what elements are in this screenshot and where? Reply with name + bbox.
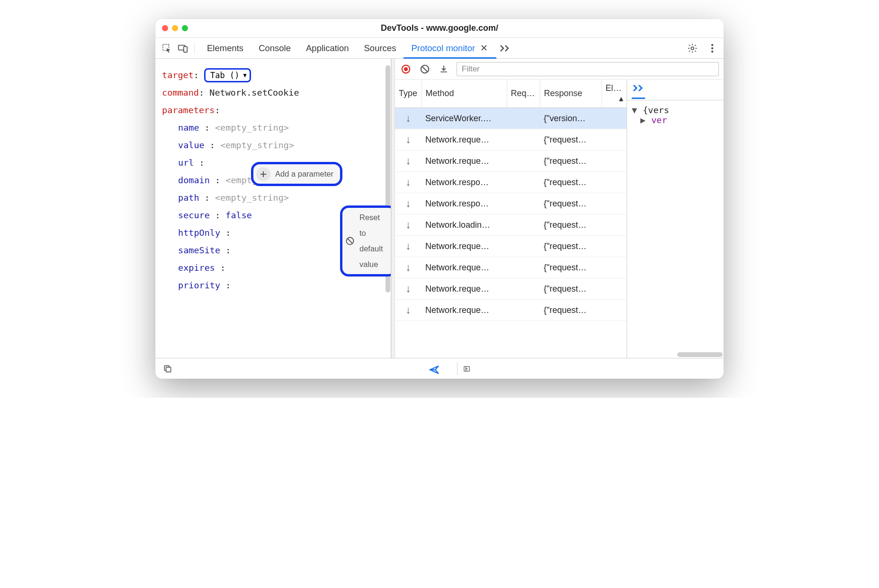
col-response[interactable]: Response xyxy=(540,80,601,108)
arrow-down-icon: ↓ xyxy=(406,283,411,295)
request-cell xyxy=(507,300,540,321)
clear-icon[interactable] xyxy=(419,63,431,75)
svg-rect-12 xyxy=(166,367,171,372)
plus-icon[interactable] xyxy=(256,167,270,181)
type-cell: ↓ xyxy=(395,193,422,214)
table-row[interactable]: ↓ServiceWorker.…{"version… xyxy=(395,108,627,129)
tooltip-text: Reset to default value xyxy=(359,210,388,272)
elapsed-cell xyxy=(601,300,627,321)
method-cell: Network.reque… xyxy=(422,257,507,278)
table-row[interactable]: ↓Network.reque…{"request… xyxy=(395,257,627,278)
response-cell: {"request… xyxy=(540,151,601,172)
details-tabs xyxy=(627,80,724,100)
device-toolbar-icon[interactable] xyxy=(176,42,189,55)
request-cell xyxy=(507,108,540,129)
method-cell: Network.reque… xyxy=(422,300,507,321)
tab-elements[interactable]: Elements xyxy=(199,38,251,59)
type-cell: ↓ xyxy=(395,108,422,129)
send-command-icon[interactable] xyxy=(428,362,441,375)
param-priority[interactable]: priority : xyxy=(178,276,387,294)
response-cell: {"request… xyxy=(540,193,601,214)
tab-protocol-monitor[interactable]: Protocol monitor xyxy=(404,38,496,59)
elapsed-cell xyxy=(601,193,627,214)
filter-input[interactable] xyxy=(457,62,719,76)
kebab-menu-icon[interactable] xyxy=(706,42,719,55)
svg-point-3 xyxy=(691,47,694,50)
messages-body: Type Method Requ… Response El…▴ ↓Service… xyxy=(395,80,724,358)
caret-down-icon: ▼ xyxy=(632,105,637,115)
messages-table-wrap: Type Method Requ… Response El…▴ ↓Service… xyxy=(395,80,627,358)
tab-console[interactable]: Console xyxy=(251,38,298,59)
tab-application[interactable]: Application xyxy=(298,38,357,59)
type-cell: ↓ xyxy=(395,236,422,257)
download-icon[interactable] xyxy=(438,63,450,75)
tab-sources[interactable]: Sources xyxy=(357,38,404,59)
elapsed-cell xyxy=(601,129,627,151)
response-cell: {"request… xyxy=(540,257,601,278)
reset-icon[interactable] xyxy=(345,234,355,248)
arrow-down-icon: ↓ xyxy=(406,219,411,231)
sort-icon: ▴ xyxy=(619,93,623,104)
type-cell: ↓ xyxy=(395,172,422,193)
col-method[interactable]: Method xyxy=(422,80,507,108)
response-cell: {"request… xyxy=(540,172,601,193)
param-value[interactable]: value : <empty_string> xyxy=(178,136,387,154)
table-row[interactable]: ↓Network.reque…{"request… xyxy=(395,300,627,321)
col-elapsed[interactable]: El…▴ xyxy=(601,80,627,108)
table-header-row: Type Method Requ… Response El…▴ xyxy=(395,80,627,108)
command-value[interactable]: Network.setCookie xyxy=(209,88,299,98)
elapsed-cell xyxy=(601,108,627,129)
copy-command-icon[interactable] xyxy=(161,362,174,375)
method-cell: Network.loadin… xyxy=(422,214,507,236)
gear-icon[interactable] xyxy=(686,42,699,55)
tree-child[interactable]: ▶ ver xyxy=(632,115,721,125)
tabstrip-actions xyxy=(686,42,719,55)
table-row[interactable]: ↓Network.reque…{"request… xyxy=(395,236,627,257)
request-cell xyxy=(507,236,540,257)
command-editor[interactable]: target: Tab () ▼ command: Network.setCoo… xyxy=(155,59,391,358)
response-cell: {"version… xyxy=(540,108,601,129)
table-row[interactable]: ↓Network.loadin…{"request… xyxy=(395,214,627,236)
parameters-row: parameters: xyxy=(162,101,387,119)
arrow-down-icon: ↓ xyxy=(406,240,411,252)
parameters-label: parameters xyxy=(162,105,215,115)
elapsed-cell xyxy=(601,151,627,172)
col-request[interactable]: Requ… xyxy=(507,80,540,108)
svg-point-6 xyxy=(711,50,713,52)
table-row[interactable]: ↓Network.reque…{"request… xyxy=(395,278,627,300)
pane-resizer[interactable] xyxy=(391,59,395,358)
type-cell: ↓ xyxy=(395,278,422,300)
horizontal-scrollbar[interactable] xyxy=(677,352,723,357)
param-name[interactable]: name : <empty_string> xyxy=(178,119,387,136)
elapsed-cell xyxy=(601,214,627,236)
elapsed-cell xyxy=(601,257,627,278)
request-cell xyxy=(507,172,540,193)
toggle-editor-icon[interactable] xyxy=(457,362,470,375)
table-row[interactable]: ↓Network.reque…{"request… xyxy=(395,129,627,151)
target-label: target xyxy=(162,70,194,80)
tab-label: Protocol monitor xyxy=(411,43,475,53)
tree-root[interactable]: ▼ {vers xyxy=(632,105,721,115)
col-type[interactable]: Type xyxy=(395,80,422,108)
request-cell xyxy=(507,193,540,214)
chevron-down-icon: ▼ xyxy=(243,70,247,81)
messages-toolbar xyxy=(395,59,724,80)
table-row[interactable]: ↓Network.respo…{"request… xyxy=(395,193,627,214)
table-row[interactable]: ↓Network.respo…{"request… xyxy=(395,172,627,193)
target-value: Tab () xyxy=(210,67,239,83)
more-tabs-icon[interactable] xyxy=(498,42,511,55)
param-path[interactable]: path : <empty_string> xyxy=(178,189,387,206)
method-cell: Network.respo… xyxy=(422,172,507,193)
more-tabs-icon[interactable] xyxy=(632,80,645,99)
details-tree[interactable]: ▼ {vers ▶ ver xyxy=(627,100,724,358)
caret-right-icon: ▶ xyxy=(640,115,646,125)
panel-body: target: Tab () ▼ command: Network.setCoo… xyxy=(155,59,724,358)
record-icon[interactable] xyxy=(400,63,412,75)
close-icon[interactable] xyxy=(479,43,489,53)
table-row[interactable]: ↓Network.reque…{"request… xyxy=(395,151,627,172)
target-select[interactable]: Tab () ▼ xyxy=(204,68,251,82)
arrow-down-icon: ↓ xyxy=(406,176,411,188)
method-cell: ServiceWorker.… xyxy=(422,108,507,129)
inspect-element-icon[interactable] xyxy=(160,42,173,55)
window-title: DevTools - www.google.com/ xyxy=(155,23,724,33)
